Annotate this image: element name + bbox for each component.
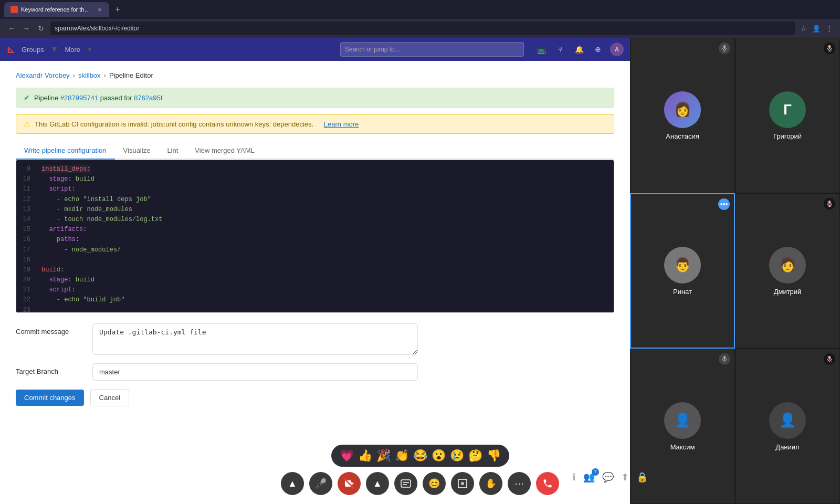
chevron-up-button[interactable]: ▲ [281,472,304,495]
more-button[interactable]: ⋯ [508,472,531,495]
call-controls: ℹ 👥7 💬 ⬆ 🔒 ▲ 🎤 ▲ 😊 ✋ ⋯ [281,472,559,495]
learn-more-link[interactable]: Learn more [324,120,359,128]
forward-button[interactable]: → [21,23,32,34]
url-input[interactable] [50,22,795,35]
camera-chevron-button[interactable]: ▲ [366,472,389,495]
hand-button[interactable]: ✋ [479,472,502,495]
emoji-think[interactable]: 🤔 [467,448,484,464]
participants-grid: 👩 Анастасия Г Григорий 👨 [630,38,840,504]
tab-lint[interactable]: Lint [159,142,186,160]
daniil-mute-icon [824,353,835,365]
grigory-name: Григорий [773,132,802,140]
emoji-sad[interactable]: 😢 [449,448,465,464]
svg-point-24 [461,482,464,485]
address-bar: ← → ↻ ☆ 👤 ⋮ [0,19,840,38]
stop-video-button[interactable] [338,472,361,495]
rinat-name: Ринат [673,288,692,296]
daniil-avatar: 👤 [769,402,806,439]
pipeline-id-link[interactable]: #287995741 [60,94,98,102]
emoji-bar: 💗 👍 🎉 👏 😂 😮 😢 🤔 👎 [331,445,509,467]
new-tab-button[interactable]: + [111,3,124,16]
end-call-button[interactable] [536,472,559,495]
svg-rect-11 [723,356,726,360]
cancel-button[interactable]: Cancel [90,389,129,406]
breadcrumb-repo[interactable]: skillbox [78,71,101,79]
config-warning-alert: ⚠ This GitLab CI configuration is invali… [16,114,614,134]
nav-search [340,42,524,57]
nav-plus-icon[interactable]: ⊕ [591,43,605,56]
commit-changes-button[interactable]: Commit changes [16,390,84,406]
svg-rect-18 [345,480,351,487]
tab-visualize[interactable]: Visualize [115,142,159,160]
security-icon[interactable]: 🔒 [636,471,648,483]
refresh-button[interactable]: ↻ [36,23,46,34]
participant-tile-grigory: Г Григорий [735,38,840,193]
dmitriy-mute-icon [824,198,835,209]
back-button[interactable]: ← [6,23,17,34]
form-actions: Commit changes Cancel [16,389,614,406]
emoji-laugh[interactable]: 😂 [412,448,428,464]
main-area: ⊾ Groups ▼ More ▼ 📺 ⑂ 🔔 ⊕ A Alexandr Vor… [0,38,840,504]
tab-close-btn[interactable]: ✕ [96,6,103,13]
grigory-mute-icon [824,43,835,54]
target-branch-input[interactable] [92,363,418,381]
active-tab[interactable]: Keyword reference for the gi... ✕ [4,2,109,17]
nav-icons: 📺 ⑂ 🔔 ⊕ A [534,43,624,56]
participants-icon[interactable]: 👥7 [583,471,595,483]
pipeline-success-alert: ✔ Pipeline #287995741 passed for 8762a95… [16,88,614,108]
emoji-heart[interactable]: 💗 [339,448,355,464]
nav-avatar[interactable]: A [610,43,624,56]
profile-icon[interactable]: 👤 [812,24,821,33]
emoji-thumbsup[interactable]: 👍 [357,448,373,464]
rinat-avatar: 👨 [664,247,701,284]
bookmark-icon[interactable]: ☆ [799,24,808,33]
mic-button[interactable]: 🎤 [309,472,332,495]
commit-message-input[interactable]: Update .gitlab-ci.yml file [92,323,418,355]
more-options-icon[interactable]: ⋮ [824,24,834,33]
emoji-clap[interactable]: 👏 [394,448,410,464]
info-icon[interactable]: ℹ [572,471,576,483]
breadcrumb: Alexandr Vorobey › skillbox › Pipeline E… [16,71,614,79]
tab-title: Keyword reference for the gi... [21,6,92,13]
commit-form: Commit message Update .gitlab-ci.yml fil… [16,323,614,406]
search-input[interactable] [340,42,524,57]
nav-tv-icon[interactable]: 📺 [534,43,548,56]
emoji-wow[interactable]: 😮 [430,448,447,464]
reactions-button[interactable]: 😊 [423,472,446,495]
chat-icon[interactable]: 💬 [602,471,614,483]
participants-badge: 7 [592,468,599,476]
address-icons: ☆ 👤 ⋮ [799,24,834,33]
nav-more[interactable]: More [65,46,80,54]
commit-hash-link[interactable]: 8762a95f [134,94,162,102]
gitlab-logo: ⊾ [6,43,15,56]
activities-icon[interactable]: ⬆ [621,471,629,483]
browser-chrome: Keyword reference for the gi... ✕ + ← → … [0,0,840,38]
emoji-party[interactable]: 🎉 [375,448,392,464]
breadcrumb-user[interactable]: Alexandr Vorobey [16,71,70,79]
share-button[interactable] [451,472,474,495]
captions-button[interactable] [394,472,417,495]
code-editor[interactable]: 910111213 1415161718 1920212223 24252627… [16,160,614,313]
breadcrumb-current: Pipeline Editor [109,71,153,79]
emoji-thumbsdown[interactable]: 👎 [486,448,502,464]
side-panel-icons: ℹ 👥7 💬 ⬆ 🔒 [572,471,648,483]
check-icon: ✔ [24,93,30,102]
tab-favicon [10,6,18,13]
gitlab-content: Alexandr Vorobey › skillbox › Pipeline E… [0,61,630,504]
anastasia-name: Анастасия [666,132,699,140]
participant-tile-anastasia: 👩 Анастасия [630,38,735,193]
nav-bell-icon[interactable]: 🔔 [572,43,586,56]
nav-merge-icon[interactable]: ⑂ [553,43,567,56]
tab-view-merged[interactable]: View merged YAML [186,142,262,160]
svg-rect-0 [723,45,726,49]
nav-groups[interactable]: Groups [22,46,44,54]
participant-tile-rinat: 👨 Ринат ••• [630,193,735,349]
maksim-avatar: 👤 [664,402,701,439]
rinat-more-btn[interactable]: ••• [718,198,730,210]
participant-tile-dmitriy: 🧑 Дмитрий [735,193,840,349]
tab-write-config[interactable]: Write pipeline configuration [16,142,115,160]
code-content: 910111213 1415161718 1920212223 24252627… [16,160,614,312]
dmitriy-avatar: 🧑 [769,247,806,284]
target-branch-row: Target Branch [16,363,614,381]
anastasia-avatar: 👩 [664,91,701,128]
